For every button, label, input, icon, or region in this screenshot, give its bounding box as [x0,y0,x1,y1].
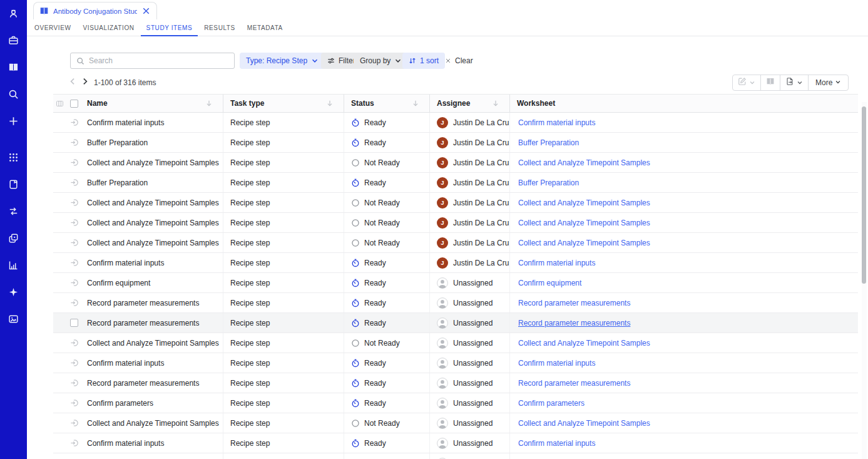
status-not-ready-icon [351,219,360,227]
worksheet-link[interactable]: Buffer Preparation [518,138,579,147]
sidebar-item-scientist-avatar[interactable] [0,0,27,27]
table-row[interactable]: Not ReadyUnassigned [53,453,858,459]
clear-button[interactable]: Clear [442,53,476,69]
worksheet-link[interactable]: Buffer Preparation [518,178,579,187]
table-row[interactable]: Collect and Analyze Timepoint SamplesRec… [53,333,858,353]
sidebar-item-media-library[interactable] [0,306,27,333]
column-header-assignee[interactable]: Assignee [429,95,509,112]
select-all-checkbox[interactable] [70,100,78,108]
status-cell: Not Ready [344,153,429,172]
more-button[interactable]: More [808,75,848,90]
vertical-scrollbar[interactable] [862,102,867,459]
prev-page-button[interactable] [68,77,78,87]
columns-icon[interactable] [56,100,64,108]
sidebar-item-search[interactable] [0,81,27,108]
sidebar-item-insights-chart[interactable] [0,252,27,279]
worksheet-cell: Collect and Analyze Timepoint Samples [509,193,858,212]
scrollbar-thumb[interactable] [862,106,866,284]
worksheet-link[interactable]: Confirm material inputs [518,259,595,267]
column-header-status[interactable]: Status [344,95,429,112]
export-button[interactable] [780,75,808,90]
worksheet-cell: Collect and Analyze Timepoint Samples [509,213,858,232]
task-link-icon [70,118,79,127]
table-row[interactable]: Buffer PreparationRecipe stepReadyJJusti… [53,133,858,153]
sidebar-item-toolbox[interactable] [0,27,27,54]
table-row[interactable]: Collect and Analyze Timepoint SamplesRec… [53,193,858,213]
sidebar-item-registry[interactable] [0,225,27,252]
worksheet-link[interactable]: Confirm material inputs [518,359,595,368]
tab-overview[interactable]: OVERVIEW [34,19,71,36]
close-icon[interactable] [141,6,151,16]
document-tab[interactable]: Antibody Conjugation Study - B... [33,2,157,19]
sort-label: 1 sort [420,56,439,65]
worksheet-link[interactable]: Collect and Analyze Timepoint Samples [518,158,650,167]
table-row[interactable]: Confirm material inputsRecipe stepReadyU… [53,353,858,373]
task-link-icon [70,418,79,428]
bulk-edit-button[interactable] [733,75,760,90]
table-row[interactable]: Record parameter measurementsRecipe step… [53,373,858,393]
table-row[interactable]: Buffer PreparationRecipe stepReadyJJusti… [53,173,858,193]
open-in-notebook-button[interactable] [760,75,780,90]
sort-chip[interactable]: 1 sort [402,53,445,69]
table-row[interactable]: Collect and Analyze Timepoint SamplesRec… [53,153,858,173]
status-cell: Ready [344,373,429,393]
sidebar-item-plus[interactable] [0,108,27,135]
table-row[interactable]: Collect and Analyze Timepoint SamplesRec… [53,413,858,433]
table-row[interactable]: Record parameter measurementsRecipe step… [53,293,858,313]
chevron-down-icon [797,77,803,88]
search-box[interactable] [70,53,235,69]
table-row[interactable]: Confirm equipmentRecipe stepReadyUnassig… [53,273,858,293]
task-type-cell: Recipe step [223,293,344,312]
worksheet-link[interactable]: Record parameter measurements [518,319,630,327]
type-filter-chip[interactable]: Type: Recipe Step [240,53,325,69]
task-type-cell: Recipe step [223,273,344,292]
row-checkbox[interactable] [70,319,78,327]
table-row[interactable]: Confirm material inputsRecipe stepReadyU… [53,433,858,453]
table-row[interactable]: Confirm material inputsRecipe stepReadyJ… [53,113,858,133]
status-label: Ready [364,279,386,287]
more-label: More [815,78,832,87]
table-row[interactable]: Collect and Analyze Timepoint SamplesRec… [53,233,858,253]
status-ready-icon [351,299,360,307]
worksheet-link[interactable]: Confirm material inputs [518,439,595,448]
worksheet-link[interactable]: Record parameter measurements [518,379,630,388]
column-header-name[interactable]: Name [87,95,223,112]
sidebar-item-library-book[interactable] [0,54,27,81]
worksheet-link[interactable]: Confirm parameters [518,399,585,408]
worksheet-link[interactable]: Confirm material inputs [518,118,595,127]
worksheet-link[interactable]: Confirm equipment [518,279,581,287]
worksheet-link[interactable]: Collect and Analyze Timepoint Samples [518,219,650,227]
table-row[interactable]: Confirm material inputsRecipe stepReadyJ… [53,253,858,273]
status-ready-icon [351,359,360,368]
table-row[interactable]: Record parameter measurementsRecipe step… [53,313,858,333]
worksheet-link[interactable]: Collect and Analyze Timepoint Samples [518,239,650,247]
sidebar-item-sparkle[interactable] [0,279,27,306]
sidebar-item-workflow[interactable] [0,198,27,225]
worksheet-cell: Record parameter measurements [509,313,858,333]
column-header-task-type[interactable]: Task type [223,95,344,112]
clear-x-icon [445,58,451,64]
status-label: Ready [364,359,386,368]
search-input[interactable] [89,56,228,65]
workflow-icon [8,206,19,217]
tab-visualization[interactable]: VISUALIZATION [83,19,135,36]
group-by-button[interactable]: Group by [354,53,408,69]
tab-study-items[interactable]: STUDY ITEMS [146,19,193,36]
tab-metadata[interactable]: METADATA [247,19,283,36]
study-items-table: NameTask typeStatusAssigneeWorksheet Con… [53,94,858,459]
clear-label: Clear [455,56,473,65]
worksheet-link[interactable]: Collect and Analyze Timepoint Samples [518,339,650,348]
status-cell: Ready [344,393,429,413]
next-page-button[interactable] [81,77,91,87]
status-label: Ready [364,138,386,147]
assignee-avatar: J [437,137,448,148]
sidebar-item-lab-notebook[interactable] [0,171,27,198]
worksheet-link[interactable]: Collect and Analyze Timepoint Samples [518,419,650,428]
table-row[interactable]: Collect and Analyze Timepoint SamplesRec… [53,213,858,233]
tab-results[interactable]: RESULTS [204,19,235,36]
worksheet-link[interactable]: Collect and Analyze Timepoint Samples [518,199,650,207]
sidebar-item-apps-grid[interactable] [0,144,27,171]
column-header-worksheet[interactable]: Worksheet [509,95,858,112]
table-row[interactable]: Confirm parametersRecipe stepReadyUnassi… [53,393,858,413]
worksheet-link[interactable]: Record parameter measurements [518,299,630,307]
